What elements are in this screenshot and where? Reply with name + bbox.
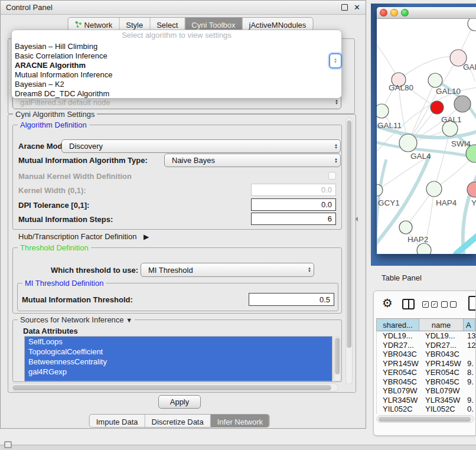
bottom-strip bbox=[0, 445, 476, 450]
gear-icon[interactable]: ⚙ bbox=[382, 296, 393, 310]
network-node[interactable] bbox=[417, 243, 431, 254]
spinner-arrows-icon: ▲▼ bbox=[332, 99, 338, 105]
sources-group-title[interactable]: Sources for Network Inference ▼ bbox=[18, 315, 135, 325]
network-canvas[interactable]: GALGAL80GAL10GAL1GAL11GAL4SWI4GCY1HAP4YH… bbox=[377, 19, 476, 254]
export-table-icon[interactable] bbox=[468, 296, 476, 311]
tab-style[interactable]: Style bbox=[119, 18, 150, 30]
table-row[interactable]: YBR043CYBR043C bbox=[377, 350, 475, 359]
network-icon bbox=[75, 21, 82, 30]
list-vertical-scrollbar[interactable] bbox=[334, 336, 341, 381]
close-icon[interactable]: ✕ bbox=[354, 4, 360, 11]
data-attributes-list[interactable]: SelfLoopsTopologicalCoefficientBetweenne… bbox=[24, 336, 332, 381]
mi-algorithm-type-combo[interactable]: Naive Bayes ▲▼ bbox=[164, 154, 341, 167]
network-node[interactable] bbox=[399, 221, 412, 234]
data-attribute-item[interactable]: gal4RGexp bbox=[25, 367, 332, 377]
column-header-partial[interactable]: A bbox=[464, 319, 475, 331]
scrollbar-thumb[interactable] bbox=[12, 385, 331, 390]
tab-label: Discretize Data bbox=[152, 418, 204, 426]
scrollbar-thumb[interactable] bbox=[335, 338, 340, 374]
scrollbar-thumb[interactable] bbox=[379, 417, 471, 422]
network-node-label: GAL1 bbox=[441, 115, 462, 124]
tab-label: Infer Network bbox=[217, 418, 263, 426]
algorithm-option[interactable]: Bayesian – K2 bbox=[12, 80, 341, 89]
tab-cyni-toolbox[interactable]: Cyni Toolbox bbox=[185, 18, 242, 30]
network-node[interactable] bbox=[428, 73, 442, 87]
table-cell: 0. bbox=[464, 405, 475, 414]
which-threshold-combo[interactable]: MI Threshold ▲▼ bbox=[141, 263, 314, 277]
settings-vertical-scrollbar[interactable] bbox=[345, 118, 353, 384]
aracne-mode-combo[interactable]: Discovery ▲▼ bbox=[61, 139, 341, 153]
algorithm-option[interactable]: Basic Correlation Inference bbox=[12, 51, 341, 61]
tab-label: Network bbox=[84, 21, 113, 30]
zoom-traffic-light-icon[interactable] bbox=[401, 9, 409, 17]
data-attribute-item[interactable]: TopologicalCoefficient bbox=[25, 347, 332, 357]
mini-panel-icon[interactable] bbox=[4, 441, 12, 448]
column-header-shared-name[interactable]: shared... bbox=[377, 319, 419, 331]
collapse-arrow-icon: ▼ bbox=[126, 317, 132, 324]
apply-button[interactable]: Apply bbox=[158, 395, 201, 409]
deselect-all-checkboxes-icon[interactable] bbox=[441, 301, 457, 308]
table-row[interactable]: YLR345WYLR345W9. bbox=[377, 396, 475, 405]
float-icon[interactable] bbox=[341, 4, 348, 11]
mi-steps-label: Mutual Information Steps: bbox=[18, 215, 113, 224]
splitter-grip-icon[interactable] bbox=[355, 217, 358, 221]
table-cell: YDL19... bbox=[377, 331, 419, 341]
table-row[interactable]: YBL079WYBL079W bbox=[377, 386, 475, 396]
algorithm-option[interactable]: ARACNE Algorithm bbox=[12, 61, 341, 70]
control-panel-window: Control Panel ✕ Network Style bbox=[0, 0, 366, 429]
table-row[interactable]: YDL19...YDL19...13 bbox=[377, 331, 475, 341]
tab-label: Style bbox=[126, 21, 143, 30]
cyni-bottom-tabs: Impute Data Discretize Data Infer Networ… bbox=[89, 414, 270, 428]
tab-select[interactable]: Select bbox=[150, 18, 185, 30]
data-attribute-item[interactable]: SelfLoops bbox=[25, 337, 332, 347]
aracne-mode-value: Discovery bbox=[69, 142, 332, 151]
network-node-label: SWI4 bbox=[451, 139, 471, 148]
tab-discretize-data[interactable]: Discretize Data bbox=[145, 415, 211, 427]
select-all-checkboxes-icon[interactable]: ✓✓ bbox=[422, 301, 438, 308]
table-cell: YBR043C bbox=[419, 350, 464, 359]
network-node[interactable] bbox=[454, 96, 471, 112]
table-row[interactable]: YER054CYER054C8. bbox=[377, 368, 475, 377]
table-row[interactable]: YBR045CYBR045C9. bbox=[377, 377, 475, 387]
table-horizontal-scrollbar[interactable] bbox=[376, 415, 474, 423]
dpi-tolerance-field[interactable]: 0.0 bbox=[251, 198, 336, 211]
tab-network[interactable]: Network bbox=[69, 18, 120, 30]
algorithm-option[interactable]: Mutual Information Inference bbox=[12, 70, 341, 80]
columns-icon[interactable] bbox=[402, 299, 415, 309]
mi-steps-field[interactable]: 6 bbox=[251, 213, 336, 225]
tab-jactivemnodules[interactable]: jActiveMNodules bbox=[243, 18, 313, 30]
data-attribute-item[interactable] bbox=[25, 377, 332, 381]
data-attribute-item[interactable]: BetweennessCentrality bbox=[25, 357, 332, 367]
algorithm-option[interactable]: Bayesian – Hill Climbing bbox=[12, 42, 341, 51]
screen: Control Panel ✕ Network Style bbox=[0, 0, 476, 450]
mi-threshold-group-title: MI Threshold Definition bbox=[22, 279, 106, 288]
table-cell: 9. bbox=[464, 359, 475, 369]
network-node-label: Y bbox=[471, 198, 476, 207]
mi-algorithm-type-value: Naive Bayes bbox=[172, 156, 332, 165]
close-traffic-light-icon[interactable] bbox=[380, 9, 387, 17]
table-row[interactable]: YIL052CYIL052C0. bbox=[377, 405, 475, 414]
manual-kernel-width-checkbox[interactable] bbox=[328, 172, 336, 180]
network-node[interactable] bbox=[431, 101, 444, 114]
hub-definition-expander[interactable]: Hub/Transcription Factor Definition ▶ bbox=[18, 232, 149, 241]
algorithm-combo-focus-button[interactable]: ▲▼ bbox=[329, 53, 342, 69]
network-node[interactable] bbox=[377, 104, 389, 118]
dpi-tolerance-value: 0.0 bbox=[321, 200, 332, 209]
table-row[interactable]: YDR27...YDR27...12 bbox=[377, 341, 475, 350]
network-node[interactable] bbox=[468, 19, 476, 31]
mi-steps-value: 6 bbox=[328, 214, 332, 223]
table-cell: YDL19... bbox=[419, 331, 464, 341]
tab-infer-network[interactable]: Infer Network bbox=[211, 415, 269, 427]
network-node[interactable] bbox=[426, 181, 442, 197]
table-row[interactable]: YPR145WYPR145W9. bbox=[377, 359, 475, 369]
tab-impute-data[interactable]: Impute Data bbox=[90, 415, 145, 427]
minimize-traffic-light-icon[interactable] bbox=[390, 9, 398, 17]
column-header-name[interactable]: name bbox=[419, 319, 464, 331]
settings-group-title: Cyni Algorithm Settings bbox=[13, 110, 97, 119]
scrollbar-thumb[interactable] bbox=[347, 120, 351, 348]
network-node[interactable] bbox=[399, 134, 417, 152]
algorithm-option[interactable]: Dream8 DC_TDC Algorithm bbox=[12, 89, 341, 99]
mi-threshold-field[interactable]: 0.5 bbox=[249, 293, 334, 306]
table-source-combo-value: galFiltered.sif default node bbox=[20, 98, 332, 107]
settings-horizontal-scrollbar[interactable] bbox=[10, 383, 338, 392]
